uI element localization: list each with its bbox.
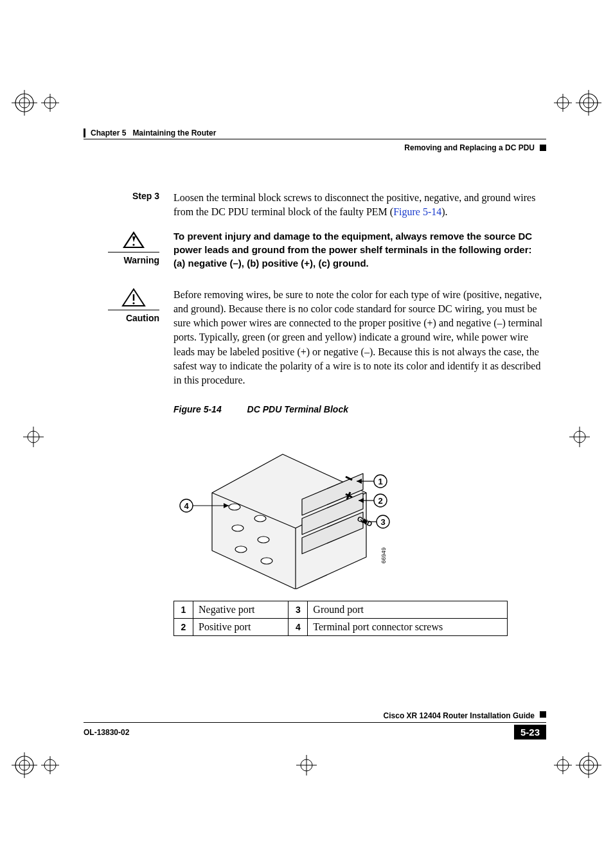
svg-point-30 (580, 756, 598, 774)
figure-illustration: 1 2 3 GND (173, 422, 546, 592)
callout-2: 2 (378, 496, 382, 506)
callout-3: 3 (380, 517, 385, 527)
svg-point-51 (258, 536, 269, 543)
legend-num: 4 (289, 618, 308, 635)
svg-point-42 (132, 303, 134, 305)
caution-text: Before removing wires, be sure to note t… (173, 288, 546, 387)
warning-text: To prevent injury and damage to the equi… (173, 230, 546, 270)
svg-point-11 (557, 97, 569, 109)
caution-label: Caution (108, 313, 159, 323)
svg-point-53 (261, 558, 272, 564)
svg-point-34 (557, 759, 569, 771)
svg-point-4 (44, 97, 56, 109)
callout-1: 1 (378, 477, 382, 486)
legend-num: 3 (289, 601, 308, 618)
figure-number: Figure 5-14 (173, 404, 222, 414)
page-number: 5-23 (514, 725, 546, 740)
svg-point-39 (132, 244, 134, 246)
chapter-title: Maintaining the Router (132, 128, 216, 137)
svg-point-20 (15, 756, 33, 774)
crop-mark-top-left (12, 90, 63, 116)
svg-point-52 (235, 546, 247, 553)
svg-point-48 (229, 504, 240, 510)
svg-point-17 (574, 431, 585, 443)
legend-label: Terminal port connector screws (308, 618, 508, 635)
figure-xref-link[interactable]: Figure 5-14 (393, 206, 441, 217)
callout-4: 4 (184, 501, 189, 511)
doc-id: OL-13830-02 (84, 728, 129, 737)
footer-square-icon (540, 711, 546, 718)
figure-caption: Figure 5-14 DC PDU Terminal Block (173, 404, 546, 414)
book-title: Cisco XR 12404 Router Installation Guide (384, 711, 535, 720)
table-row: 2 Positive port 4 Terminal port connecto… (174, 618, 508, 635)
svg-point-27 (301, 759, 312, 771)
figure-art-id: 66949 (380, 547, 387, 563)
svg-point-21 (19, 760, 30, 770)
crop-mark-bottom-center (287, 752, 326, 778)
header-square-icon (540, 145, 546, 151)
svg-point-50 (232, 525, 244, 531)
chapter-number: Chapter 5 (91, 128, 126, 137)
legend-label: Positive port (193, 618, 289, 635)
crop-mark-bottom-right (550, 752, 601, 778)
section-title: Removing and Replacing a DC PDU (404, 143, 535, 152)
warning-label: Warning (108, 255, 159, 265)
crop-mark-mid-right (567, 424, 592, 450)
legend-num: 1 (174, 601, 193, 618)
legend-label: Negative port (193, 601, 289, 618)
svg-point-24 (44, 759, 56, 771)
warning-icon (121, 240, 146, 251)
svg-point-49 (254, 515, 266, 522)
svg-point-7 (580, 94, 598, 112)
svg-point-8 (583, 98, 594, 108)
svg-point-1 (19, 98, 30, 108)
step-text: Loosen the terminal block screws to disc… (173, 191, 546, 218)
svg-point-14 (28, 431, 39, 443)
crop-mark-bottom-left (12, 752, 63, 778)
crop-mark-mid-left (21, 424, 46, 450)
step-label: Step 3 (84, 191, 173, 201)
figure-title: DC PDU Terminal Block (247, 404, 348, 414)
running-header-chapter: Chapter 5 Maintaining the Router (84, 128, 546, 137)
legend-label: Ground port (308, 601, 508, 618)
legend-num: 2 (174, 618, 193, 635)
svg-point-31 (583, 760, 594, 770)
figure-legend-table: 1 Negative port 3 Ground port 2 Positive… (173, 601, 508, 636)
crop-mark-top-right (550, 90, 601, 116)
table-row: 1 Negative port 3 Ground port (174, 601, 508, 618)
caution-icon (121, 298, 146, 309)
svg-point-0 (15, 94, 33, 112)
